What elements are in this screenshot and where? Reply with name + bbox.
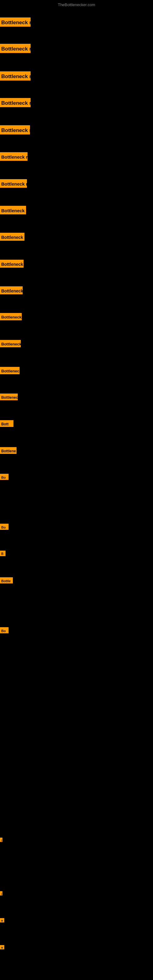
bottleneck-result-label-16: Bott <box>0 420 13 427</box>
bottleneck-result-label-20: B <box>0 550 5 556</box>
bottleneck-result-label-24: | <box>0 891 2 896</box>
bottleneck-result-label-15: Bottlenec <box>0 393 18 400</box>
bottleneck-result-label-19: Bo <box>0 524 9 530</box>
bottleneck-result-label-26: B <box>0 945 4 950</box>
bottleneck-result-label-9: Bottleneck resu <box>0 233 24 241</box>
bottleneck-result-label-21: Bottle <box>0 577 13 584</box>
bottleneck-result-label-4: Bottleneck result <box>0 98 30 107</box>
bottleneck-result-label-13: Bottleneck res <box>0 340 21 347</box>
bottleneck-result-label-22: Bo <box>0 627 9 633</box>
bottleneck-result-label-8: Bottleneck result <box>0 206 26 215</box>
bottleneck-result-label-10: Bottleneck resu <box>0 260 24 268</box>
site-title: TheBottlenecker.com <box>58 2 95 7</box>
bottleneck-result-label-18: Bo <box>0 474 9 480</box>
bottleneck-result-label-3: Bottleneck result <box>0 72 30 81</box>
bottleneck-result-label-14: Bottleneck re <box>0 367 19 374</box>
bottleneck-result-label-17: Bottlene <box>0 447 16 454</box>
bottleneck-result-label-11: Bottleneck resu <box>0 286 22 294</box>
bottleneck-result-label-2: Bottleneck result <box>0 44 30 53</box>
bottleneck-result-label-12: Bottleneck res <box>0 313 22 320</box>
bottleneck-result-label-6: Bottleneck resul <box>0 152 27 161</box>
bottleneck-result-label-25: B <box>0 918 4 923</box>
bottleneck-result-label-1: Bottleneck result <box>0 18 30 27</box>
bottleneck-result-label-23: | <box>0 838 2 842</box>
bottleneck-result-label-5: Bottleneck result <box>0 125 30 134</box>
bottleneck-result-label-7: Bottleneck result <box>0 179 27 188</box>
